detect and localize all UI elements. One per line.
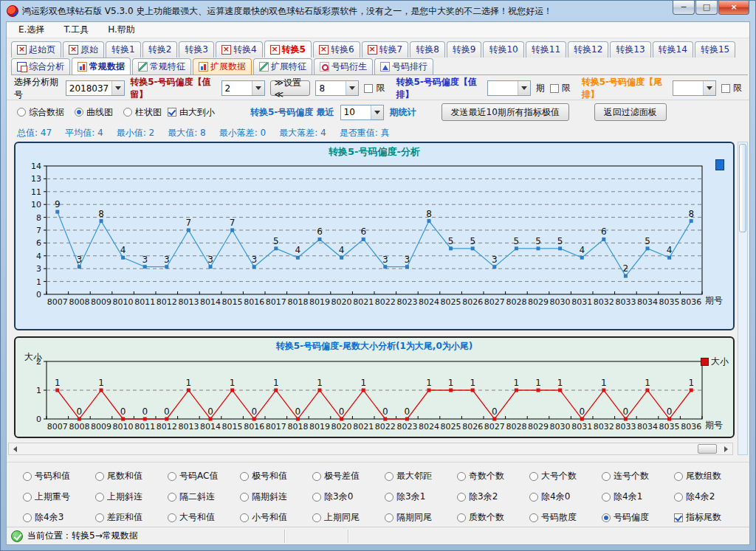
scrollbar-thumb[interactable] (739, 144, 746, 232)
checkbox-icon[interactable] (721, 84, 730, 93)
tail-dropdown[interactable] (673, 80, 716, 96)
checkbox-icon[interactable] (364, 84, 373, 93)
radio-icon[interactable] (457, 472, 466, 481)
indicator-option-号码AC值[interactable]: 号码AC值 (168, 470, 240, 482)
tab-转换15[interactable]: 转换15 (695, 41, 735, 58)
radio-icon[interactable] (123, 108, 132, 117)
scroll-right-icon[interactable] (720, 443, 732, 454)
radio-icon[interactable] (23, 472, 32, 481)
indicator-option-最大邻距[interactable]: 最大邻距 (385, 470, 457, 482)
indicator-option-除4余2[interactable]: 除4余2 (674, 491, 746, 503)
radio-icon[interactable] (95, 513, 104, 522)
tab-号码衍生[interactable]: 号码衍生 (314, 58, 373, 74)
chevron-down-icon[interactable] (518, 81, 530, 95)
radio-icon[interactable] (23, 493, 32, 502)
radio-icon[interactable] (168, 513, 176, 522)
tab-转换12[interactable]: 转换12 (568, 41, 608, 58)
indicator-option-上期斜连[interactable]: 上期斜连 (95, 491, 168, 503)
chevron-down-icon[interactable] (111, 81, 124, 95)
tab-转换9[interactable]: 转换9 (447, 41, 482, 58)
tab-转换6[interactable]: 转换6 (313, 41, 360, 58)
indicator-option-除4余1[interactable]: 除4余1 (602, 491, 674, 503)
radio-icon[interactable] (168, 472, 176, 481)
set-button[interactable]: ≫设置≪ (270, 80, 311, 96)
checkbox-icon[interactable] (550, 84, 559, 93)
view-radio-柱状图[interactable]: 柱状图 (123, 106, 162, 119)
indicator-option-上期重号[interactable]: 上期重号 (23, 491, 95, 503)
indicator-option-上期同尾[interactable]: 上期同尾 (312, 511, 385, 524)
tab-常规特征[interactable]: 常规特征 (132, 58, 191, 74)
tab-转换10[interactable]: 转换10 (483, 41, 523, 58)
radio-icon[interactable] (75, 108, 83, 117)
tab-转换13[interactable]: 转换13 (610, 41, 650, 58)
tab-号码排行[interactable]: 号码排行 (374, 58, 433, 74)
radio-icon[interactable] (312, 472, 321, 481)
back-filter-button[interactable]: 返回过滤面板 (594, 103, 667, 121)
indicator-option-号码散度[interactable]: 号码散度 (529, 511, 602, 524)
menu-item-H.帮助[interactable]: H.帮助 (108, 24, 135, 36)
tab-转换4[interactable]: 转换4 (216, 41, 263, 58)
tab-转换8[interactable]: 转换8 (410, 41, 445, 58)
sort-desc-checkbox[interactable]: 由大到小 (168, 106, 215, 119)
indicator-option-大号和值[interactable]: 大号和值 (168, 511, 240, 524)
limit-checkbox-1[interactable]: 限 (364, 82, 385, 94)
radio-icon[interactable] (240, 472, 249, 481)
limit-checkbox-3[interactable]: 限 (721, 82, 742, 94)
radio-icon[interactable] (240, 513, 249, 522)
indicator-option-质数个数[interactable]: 质数个数 (457, 511, 529, 524)
view-radio-综合数据[interactable]: 综合数据 (17, 106, 64, 119)
tab-转换1[interactable]: 转换1 (106, 41, 141, 58)
indicator-option-指标尾数[interactable]: 指标尾数 (674, 511, 746, 524)
send-extremes-button[interactable]: 发送最近10期所有指标极值 (441, 103, 569, 121)
radio-icon[interactable] (674, 472, 683, 481)
indicator-option-小号和值[interactable]: 小号和值 (240, 511, 312, 524)
radio-icon[interactable] (240, 493, 249, 502)
radio-icon[interactable] (674, 493, 683, 502)
chevron-down-icon[interactable] (371, 105, 383, 119)
tab-转换2[interactable]: 转换2 (142, 41, 178, 58)
menu-item-E.选择[interactable]: E.选择 (18, 24, 44, 36)
indicator-option-极号差值[interactable]: 极号差值 (312, 470, 385, 482)
tab-扩展数据[interactable]: 扩展数据 (193, 58, 252, 74)
radio-icon[interactable] (602, 493, 611, 502)
radio-icon[interactable] (602, 513, 611, 522)
recent-dropdown[interactable]: 10 (340, 105, 384, 120)
limit-checkbox-2[interactable]: 限 (550, 82, 571, 94)
indicator-option-号码和值[interactable]: 号码和值 (23, 470, 95, 482)
minimize-button[interactable]: ─ (673, 1, 695, 15)
indicator-option-差距和值[interactable]: 差距和值 (95, 511, 168, 524)
close-button[interactable]: × (718, 1, 749, 15)
indicator-option-除3余2[interactable]: 除3余2 (457, 491, 529, 503)
indicator-option-极号和值[interactable]: 极号和值 (240, 470, 312, 482)
tab-扩展特征[interactable]: 扩展特征 (253, 58, 312, 74)
radio-icon[interactable] (385, 513, 394, 522)
checkbox-checked-icon[interactable] (168, 108, 176, 117)
radio-icon[interactable] (529, 472, 538, 481)
chevron-down-icon[interactable] (252, 81, 264, 95)
horizontal-scrollbar[interactable] (8, 443, 733, 455)
radio-icon[interactable] (312, 513, 321, 522)
radio-icon[interactable] (529, 513, 538, 522)
rank-dropdown[interactable] (487, 80, 531, 96)
radio-icon[interactable] (385, 472, 394, 481)
tab-转换3[interactable]: 转换3 (179, 41, 214, 58)
restore-button[interactable]: □ (695, 1, 718, 15)
tab-转换14[interactable]: 转换14 (653, 41, 693, 58)
radio-icon[interactable] (168, 493, 176, 502)
radio-icon[interactable] (457, 493, 466, 502)
tab-综合分析[interactable]: 综合分析 (11, 58, 70, 74)
chevron-down-icon[interactable] (703, 81, 715, 95)
indicator-option-尾数和值[interactable]: 尾数和值 (95, 470, 168, 482)
tab-转换7[interactable]: 转换7 (362, 41, 409, 58)
menu-item-T.工具[interactable]: T.工具 (63, 24, 89, 36)
radio-icon[interactable] (457, 513, 466, 522)
indicator-option-隔期斜连[interactable]: 隔期斜连 (240, 491, 312, 503)
radio-icon[interactable] (17, 108, 26, 117)
tab-转换11[interactable]: 转换11 (526, 41, 566, 58)
indicator-option-除4余3[interactable]: 除4余3 (23, 511, 95, 524)
indicator-option-隔期同尾[interactable]: 隔期同尾 (385, 511, 457, 524)
radio-icon[interactable] (602, 472, 611, 481)
indicator-option-连号个数[interactable]: 连号个数 (602, 470, 674, 482)
view-radio-曲线图[interactable]: 曲线图 (75, 106, 113, 119)
indicator-option-除3余1[interactable]: 除3余1 (385, 491, 457, 503)
